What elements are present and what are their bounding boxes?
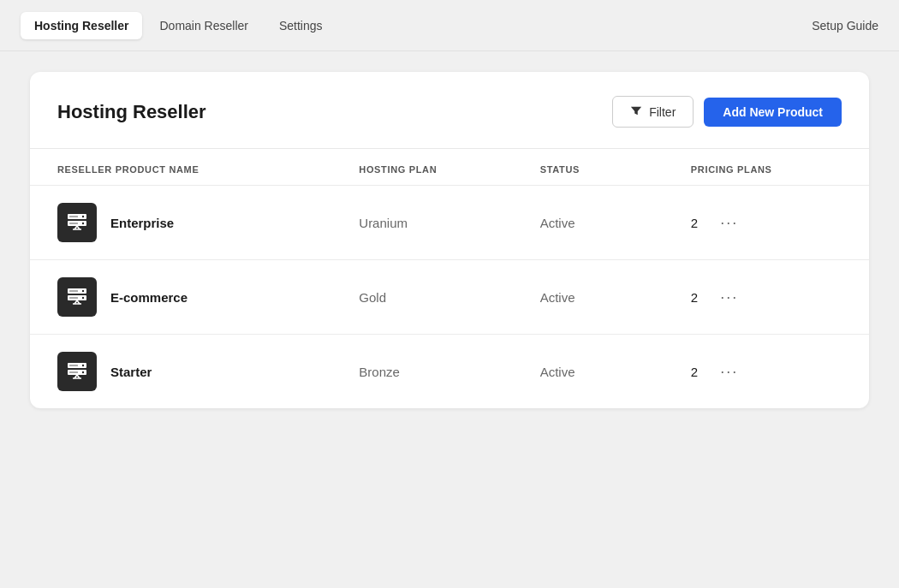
nav-tabs: Hosting Reseller Domain Reseller Setting… — [21, 12, 336, 39]
svg-point-12 — [82, 297, 84, 299]
svg-rect-14 — [69, 297, 78, 299]
svg-point-11 — [82, 290, 84, 292]
pricing-count-starter: 2 — [691, 365, 698, 379]
product-table: RESELLER PRODUCT NAME HOSTING PLAN STATU… — [30, 149, 869, 408]
card-header: Hosting Reseller Filter Add New Product — [30, 72, 869, 149]
product-name-enterprise: Enterprise — [110, 216, 174, 230]
more-menu-ecommerce[interactable]: ··· — [715, 287, 743, 308]
status-ecommerce: Active — [540, 290, 691, 305]
svg-rect-4 — [69, 216, 78, 217]
table-header: RESELLER PRODUCT NAME HOSTING PLAN STATU… — [30, 149, 869, 185]
svg-rect-13 — [69, 290, 78, 292]
filter-button[interactable]: Filter — [612, 96, 694, 128]
filter-icon — [630, 104, 642, 119]
status-starter: Active — [540, 365, 691, 379]
product-name-ecommerce: E-commerce — [110, 290, 188, 305]
table-row: E-commerce Gold Active 2 ··· — [30, 259, 869, 334]
more-menu-enterprise[interactable]: ··· — [715, 212, 743, 234]
hosting-plan-ecommerce: Gold — [359, 290, 539, 305]
pricing-ecommerce: 2 ··· — [691, 287, 842, 308]
product-icon-ecommerce — [57, 277, 97, 317]
hosting-plan-starter: Bronze — [359, 365, 539, 379]
top-nav: Hosting Reseller Domain Reseller Setting… — [0, 0, 899, 51]
svg-point-3 — [82, 223, 84, 224]
table-row: Starter Bronze Active 2 ··· — [30, 334, 869, 408]
svg-point-21 — [82, 371, 84, 373]
tab-settings[interactable]: Settings — [265, 12, 336, 39]
main-card: Hosting Reseller Filter Add New Product … — [30, 72, 869, 408]
header-actions: Filter Add New Product — [612, 96, 842, 128]
svg-rect-22 — [69, 365, 78, 366]
col-header-name: RESELLER PRODUCT NAME — [57, 164, 359, 175]
tab-domain-reseller[interactable]: Domain Reseller — [146, 12, 261, 39]
product-name-cell: Enterprise — [57, 203, 359, 242]
svg-rect-5 — [69, 223, 78, 224]
col-header-plan: HOSTING PLAN — [359, 164, 539, 175]
pricing-starter: 2 ··· — [691, 361, 842, 383]
svg-rect-23 — [69, 371, 78, 373]
more-menu-starter[interactable]: ··· — [715, 361, 743, 383]
tab-hosting-reseller[interactable]: Hosting Reseller — [21, 12, 142, 39]
status-enterprise: Active — [540, 216, 691, 230]
table-row: Enterprise Uranium Active 2 ··· — [30, 185, 869, 259]
pricing-count-enterprise: 2 — [691, 216, 698, 230]
product-icon-enterprise — [57, 203, 97, 242]
page-title: Hosting Reseller — [57, 101, 206, 123]
pricing-enterprise: 2 ··· — [691, 212, 842, 234]
product-name-cell: E-commerce — [57, 277, 359, 317]
pricing-count-ecommerce: 2 — [691, 290, 698, 305]
col-header-status: STATUS — [540, 164, 691, 175]
product-name-starter: Starter — [110, 365, 152, 379]
col-header-pricing: PRICING PLANS — [691, 164, 842, 175]
product-name-cell: Starter — [57, 352, 359, 391]
product-icon-starter — [57, 352, 97, 391]
hosting-plan-enterprise: Uranium — [359, 216, 539, 230]
add-new-product-button[interactable]: Add New Product — [704, 98, 842, 127]
setup-guide-button[interactable]: Setup Guide — [812, 19, 878, 33]
svg-point-20 — [82, 365, 84, 366]
svg-point-2 — [82, 216, 84, 217]
filter-label: Filter — [649, 105, 676, 119]
